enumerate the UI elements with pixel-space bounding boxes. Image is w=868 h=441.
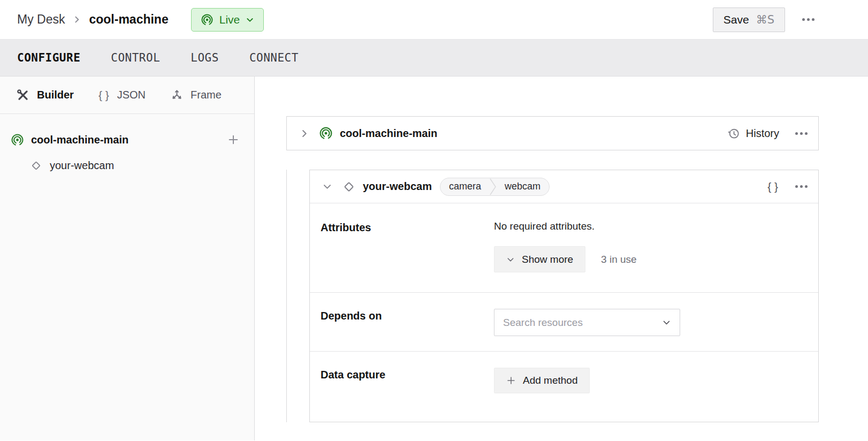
- component-card-header: your-webcam camera webcam { }: [310, 170, 818, 203]
- resource-model: webcam: [496, 181, 549, 192]
- edit-json-icon[interactable]: { }: [767, 180, 779, 193]
- tools-icon: [16, 88, 30, 102]
- tree-item-label: your-webcam: [50, 159, 114, 172]
- search-resources-input[interactable]: [503, 317, 662, 329]
- attributes-label: Attributes: [321, 221, 494, 277]
- collapse-chevron-down-icon[interactable]: [317, 181, 337, 192]
- tree-item-component[interactable]: your-webcam: [11, 153, 239, 178]
- attributes-section: Attributes No required attributes. Show …: [310, 203, 818, 292]
- plus-icon: [506, 376, 516, 385]
- config-sidebar: Builder { } JSON Frame: [0, 77, 255, 440]
- chevron-down-icon: [506, 255, 515, 264]
- resource-type-badge: camera webcam: [440, 178, 550, 196]
- tab-logs[interactable]: LOGS: [191, 51, 219, 64]
- tab-connect[interactable]: CONNECT: [249, 51, 299, 64]
- mode-frame[interactable]: Frame: [170, 88, 222, 102]
- save-label: Save: [724, 13, 749, 26]
- add-resource-button[interactable]: [227, 134, 239, 146]
- add-method-button[interactable]: Add method: [494, 368, 590, 393]
- tree-item-label: cool-machine-main: [31, 134, 128, 146]
- axes-icon: [170, 88, 184, 102]
- tab-control[interactable]: CONTROL: [111, 51, 160, 64]
- history-icon: [727, 127, 740, 140]
- attributes-empty-text: No required attributes.: [494, 221, 808, 232]
- child-resources-rail: your-webcam camera webcam { } Attributes: [286, 170, 819, 422]
- data-capture-section: Data capture Add method: [310, 351, 818, 422]
- chevron-down-icon: [246, 16, 254, 24]
- save-button[interactable]: Save ⌘S: [713, 7, 785, 32]
- machine-part-icon: [11, 133, 24, 147]
- data-capture-label: Data capture: [321, 368, 494, 407]
- expand-chevron-right-icon[interactable]: [294, 128, 314, 139]
- component-menu-button[interactable]: [795, 185, 808, 188]
- component-card: your-webcam camera webcam { } Attributes: [309, 170, 819, 422]
- depends-on-select[interactable]: [494, 309, 680, 336]
- view-mode-switcher: Builder { } JSON Frame: [0, 77, 254, 114]
- breadcrumb-current: cool-machine: [89, 12, 168, 27]
- chevron-down-icon: [662, 318, 671, 327]
- machine-status-badge[interactable]: Live: [191, 8, 264, 32]
- resource-type: camera: [440, 181, 490, 192]
- show-more-label: Show more: [522, 254, 573, 265]
- mode-json-label: JSON: [117, 89, 146, 101]
- status-label: Live: [219, 13, 240, 26]
- breadcrumb: My Desk cool-machine: [17, 12, 169, 27]
- top-bar: My Desk cool-machine Live Save ⌘S: [0, 0, 868, 40]
- save-shortcut: ⌘S: [756, 13, 774, 26]
- history-label: History: [746, 127, 779, 140]
- part-card-title: cool-machine-main: [340, 127, 437, 140]
- history-button[interactable]: History: [727, 127, 779, 140]
- component-diamond-icon: [29, 159, 43, 172]
- machine-part-icon: [319, 126, 333, 140]
- config-main: cool-machine-main History: [255, 77, 868, 440]
- chevron-right-icon: [72, 15, 81, 24]
- resource-tree: cool-machine-main your-webcam: [0, 114, 254, 178]
- mode-json[interactable]: { } JSON: [98, 89, 146, 102]
- mode-builder[interactable]: Builder: [16, 88, 74, 102]
- tree-item-machine-part[interactable]: cool-machine-main: [11, 127, 239, 153]
- braces-icon: { }: [98, 89, 110, 102]
- mode-builder-label: Builder: [37, 89, 74, 101]
- mode-frame-label: Frame: [191, 89, 222, 101]
- component-card-title: your-webcam: [363, 180, 432, 193]
- machine-part-card: cool-machine-main History: [286, 116, 819, 150]
- tab-configure[interactable]: CONFIGURE: [17, 51, 80, 64]
- page-tabs: CONFIGURE CONTROL LOGS CONNECT: [0, 40, 868, 77]
- depends-on-section: Depends on: [310, 292, 818, 351]
- plus-icon: [227, 134, 239, 146]
- depends-on-label: Depends on: [321, 309, 494, 336]
- breadcrumb-parent-link[interactable]: My Desk: [17, 12, 65, 27]
- part-menu-button[interactable]: [795, 132, 808, 135]
- component-diamond-icon: [341, 179, 356, 194]
- pill-divider-chevron: [490, 178, 496, 195]
- broadcast-icon: [201, 13, 214, 26]
- attributes-in-use-count: 3 in use: [601, 254, 637, 265]
- more-menu-button[interactable]: [802, 18, 814, 21]
- add-method-label: Add method: [523, 375, 577, 386]
- show-more-button[interactable]: Show more: [494, 246, 585, 272]
